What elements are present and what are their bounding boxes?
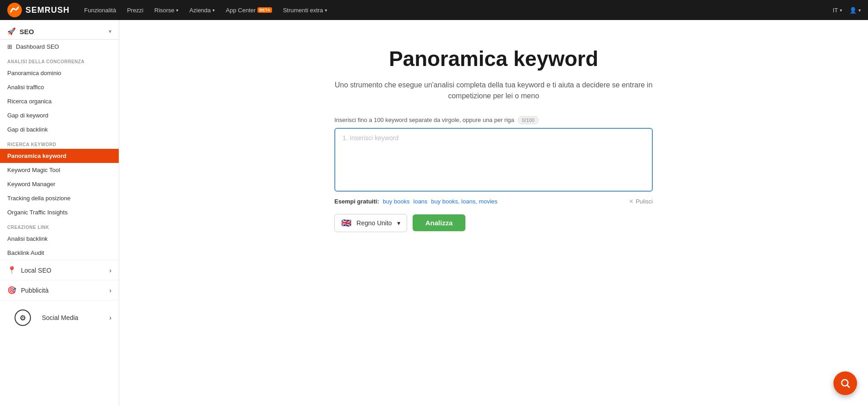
sidebar-item-ricerca-organica[interactable]: Ricerca organica [0, 94, 119, 108]
examples-left: Esempi gratuiti: buy books loans buy boo… [334, 198, 498, 205]
nav-prezzi[interactable]: Prezzi [127, 7, 143, 14]
sidebar-item-local-seo[interactable]: 📍 Local SEO › [0, 260, 119, 280]
page-subtitle: Uno strumento che esegue un'analisi comp… [334, 80, 653, 102]
search-fab[interactable] [833, 371, 857, 395]
sidebar-item-keyword-manager[interactable]: Keyword Manager [0, 177, 119, 191]
sidebar-seo-title: 🚀 SEO [7, 27, 34, 36]
sidebar-item-tracking-posizione[interactable]: Tracking della posizione [0, 191, 119, 205]
sidebar-item-dashboard-seo[interactable]: ⊞ Dashboard SEO [0, 40, 119, 54]
svg-point-0 [7, 3, 22, 17]
language-selector[interactable]: IT ▾ [833, 7, 842, 14]
sidebar-item-pubblicita[interactable]: 🎯 Pubblicità › [0, 280, 119, 300]
sidebar-item-analisi-traffico[interactable]: Analisi traffico [0, 80, 119, 94]
sidebar-seo-header: 🚀 SEO ▾ [0, 20, 119, 40]
sidebar-group-creazione-link: CREAZIONE LINK [0, 219, 119, 232]
analyze-button[interactable]: Analizza [413, 214, 465, 231]
sidebar: 🚀 SEO ▾ ⊞ Dashboard SEO ANALISI DELLA CO… [0, 20, 119, 406]
chevron-right-icon: › [109, 314, 111, 321]
chevron-down-icon: ▾ [176, 8, 178, 13]
keyword-textarea[interactable] [334, 128, 653, 192]
action-row: 🇬🇧 Regno Unito ▾ Analizza [334, 214, 653, 232]
example-buy-books[interactable]: buy books [383, 198, 409, 205]
sidebar-item-gap-backlink[interactable]: Gap di backlink [0, 122, 119, 137]
sidebar-item-social-media[interactable]: Social Media › [42, 314, 111, 321]
settings-button[interactable]: ⚙ [15, 310, 31, 326]
logo-text: SEMRUSH [25, 5, 70, 15]
svg-line-2 [848, 386, 850, 388]
page-title: Panoramica keyword [334, 47, 653, 71]
sidebar-item-analisi-backlink[interactable]: Analisi backlink [0, 232, 119, 246]
nav-right: IT ▾ 👤 ▾ [833, 7, 861, 14]
sidebar-item-panoramica-keyword[interactable]: Panoramica keyword [0, 149, 119, 163]
logo[interactable]: SEMRUSH [7, 3, 70, 17]
sidebar-item-panoramica-dominio[interactable]: Panoramica dominio [0, 66, 119, 80]
sidebar-item-organic-traffic-insights[interactable]: Organic Traffic Insights [0, 205, 119, 219]
country-selector[interactable]: 🇬🇧 Regno Unito ▾ [334, 214, 407, 232]
chevron-right-icon: › [109, 287, 111, 294]
chevron-down-icon: ▾ [858, 8, 861, 13]
sidebar-bottom-row: ⚙ Social Media › [0, 300, 119, 335]
user-menu[interactable]: 👤 ▾ [849, 7, 861, 14]
country-label: Regno Unito [357, 219, 392, 227]
examples-row: Esempi gratuiti: buy books loans buy boo… [334, 198, 653, 205]
gear-icon: ⚙ [20, 314, 26, 322]
main-content: Panoramica keyword Uno strumento che ese… [119, 20, 868, 406]
clear-button[interactable]: ✕ Pulisci [629, 198, 653, 205]
chevron-down-icon: ▾ [212, 8, 215, 13]
sidebar-collapse-icon[interactable]: ▾ [109, 28, 111, 35]
example-loans[interactable]: loans [414, 198, 428, 205]
top-navigation: SEMRUSH Funzionalità Prezzi Risorse ▾ Az… [0, 0, 868, 20]
nav-funzionalita[interactable]: Funzionalità [84, 7, 116, 14]
x-icon: ✕ [629, 198, 634, 205]
beta-badge: BETA [257, 7, 272, 13]
nav-app-center[interactable]: App Center BETA [226, 7, 272, 14]
keyword-counter: 0/100 [518, 116, 539, 124]
chevron-down-icon: ▾ [840, 8, 842, 13]
keyword-overview-panel: Panoramica keyword Uno strumento che ese… [334, 47, 653, 232]
sidebar-item-backlink-audit[interactable]: Backlink Audit [0, 246, 119, 260]
app-body: 🚀 SEO ▾ ⊞ Dashboard SEO ANALISI DELLA CO… [0, 20, 868, 406]
flag-icon: 🇬🇧 [341, 218, 351, 228]
pin-icon: 📍 [7, 266, 16, 274]
search-icon [840, 378, 851, 389]
sidebar-group-ricerca-keyword: RICERCA KEYWORD [0, 137, 119, 149]
examples-label: Esempi gratuiti: [334, 198, 379, 205]
chevron-down-icon: ▾ [325, 8, 327, 13]
chevron-right-icon: › [109, 267, 111, 274]
sidebar-item-gap-keyword[interactable]: Gap di keyword [0, 108, 119, 122]
input-label: Inserisci fino a 100 keyword separate da… [334, 117, 514, 123]
logo-icon [7, 3, 22, 17]
nav-azienda[interactable]: Azienda ▾ [189, 7, 215, 14]
nav-strumenti[interactable]: Strumenti extra ▾ [283, 7, 327, 14]
grid-icon: ⊞ [7, 43, 12, 50]
sidebar-group-analisi: ANALISI DELLA CONCORRENZA [0, 54, 119, 66]
sidebar-item-keyword-magic-tool[interactable]: Keyword Magic Tool [0, 163, 119, 177]
target-icon: 🎯 [7, 286, 16, 294]
input-label-row: Inserisci fino a 100 keyword separate da… [334, 116, 653, 124]
nav-risorse[interactable]: Risorse ▾ [154, 7, 178, 14]
chevron-down-icon: ▾ [397, 219, 400, 227]
example-buy-books-loans-movies[interactable]: buy books, loans, movies [431, 198, 498, 205]
rocket-icon: 🚀 [7, 27, 16, 36]
